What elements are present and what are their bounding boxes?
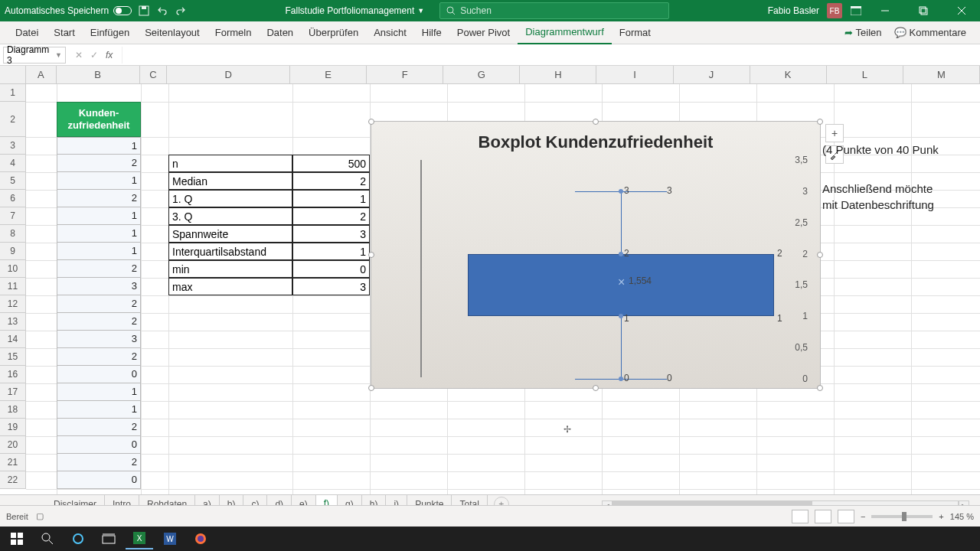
ribbon-tab-überprüfen[interactable]: Überprüfen: [301, 21, 366, 44]
ribbon-tab-formeln[interactable]: Formeln: [207, 21, 260, 44]
row-header[interactable]: 1: [0, 84, 25, 102]
data-cell[interactable]: 2: [57, 454, 141, 471]
row-header[interactable]: 15: [0, 348, 25, 366]
comments-button[interactable]: 💬Kommentare: [888, 27, 972, 38]
share-button[interactable]: ➦Teilen: [838, 27, 888, 38]
data-cell[interactable]: 2: [57, 313, 141, 331]
stat-label[interactable]: Interquartilsabstand: [168, 243, 292, 260]
ribbon-tab-daten[interactable]: Daten: [259, 21, 301, 44]
row-header[interactable]: 7: [0, 207, 25, 225]
cells-area[interactable]: Kunden- zufriedenheit 121211123223201120…: [26, 84, 980, 497]
row-header[interactable]: 8: [0, 225, 25, 243]
confirm-icon[interactable]: ✓: [90, 50, 98, 60]
stat-label[interactable]: 3. Q: [168, 207, 292, 225]
data-cell[interactable]: 0: [57, 436, 141, 454]
column-header[interactable]: B: [57, 66, 140, 83]
row-header[interactable]: 14: [0, 331, 25, 348]
ribbon-tab-ansicht[interactable]: Ansicht: [366, 21, 414, 44]
row-header[interactable]: 4: [0, 155, 25, 172]
column-header[interactable]: C: [140, 66, 168, 83]
column-header[interactable]: J: [674, 66, 750, 83]
column-header[interactable]: K: [750, 66, 827, 83]
stat-value[interactable]: 3: [292, 278, 370, 295]
window-layout-icon[interactable]: [850, 5, 862, 17]
stat-value[interactable]: 0: [292, 260, 370, 278]
row-header[interactable]: 21: [0, 454, 25, 471]
stat-label[interactable]: min: [168, 260, 292, 278]
minimize-button[interactable]: [870, 0, 900, 21]
zoom-out-button[interactable]: −: [861, 512, 865, 521]
data-cell[interactable]: 2: [57, 419, 141, 436]
task-view-icon[interactable]: [95, 528, 122, 549]
data-cell[interactable]: 1: [57, 383, 141, 401]
ribbon-tab-datei[interactable]: Datei: [8, 21, 46, 44]
ribbon-tab-power pivot[interactable]: Power Pivot: [449, 21, 518, 44]
view-normal-button[interactable]: [792, 510, 808, 523]
search-input[interactable]: Suchen: [439, 2, 669, 19]
ribbon-tab-format[interactable]: Format: [612, 21, 658, 44]
column-header[interactable]: F: [367, 66, 443, 83]
row-header[interactable]: 6: [0, 190, 25, 207]
ribbon-tab-hilfe[interactable]: Hilfe: [414, 21, 449, 44]
start-button[interactable]: [3, 528, 31, 549]
cortana-icon[interactable]: [64, 528, 92, 549]
ribbon-tab-einfügen[interactable]: Einfügen: [83, 21, 137, 44]
cancel-icon[interactable]: ✕: [75, 50, 83, 60]
zoom-in-button[interactable]: +: [939, 512, 943, 521]
stat-label[interactable]: 1. Q: [168, 190, 292, 207]
data-cell[interactable]: 1: [57, 137, 141, 155]
ribbon-tab-diagrammentwurf[interactable]: Diagrammentwurf: [518, 21, 612, 44]
ribbon-tab-seitenlayout[interactable]: Seitenlayout: [137, 21, 207, 44]
stat-value[interactable]: 3: [292, 225, 370, 243]
row-header[interactable]: 10: [0, 260, 25, 278]
excel-taskbar-icon[interactable]: X: [126, 528, 153, 549]
data-cell[interactable]: 1: [57, 172, 141, 190]
row-header[interactable]: 2: [0, 102, 25, 137]
data-cell[interactable]: 2: [57, 348, 141, 366]
data-cell[interactable]: 1: [57, 225, 141, 243]
column-header[interactable]: M: [903, 66, 980, 83]
stat-label[interactable]: Spannweite: [168, 225, 292, 243]
user-avatar[interactable]: FB: [827, 3, 842, 18]
autosave-toggle[interactable]: Automatisches Speichern: [5, 5, 132, 16]
stat-value[interactable]: 500: [292, 155, 370, 172]
row-header[interactable]: 12: [0, 295, 25, 313]
row-header[interactable]: 19: [0, 419, 25, 436]
row-header[interactable]: 11: [0, 278, 25, 295]
row-header[interactable]: 13: [0, 313, 25, 331]
stat-value[interactable]: 2: [292, 172, 370, 190]
column-header[interactable]: E: [290, 66, 367, 83]
data-cell[interactable]: 0: [57, 471, 141, 489]
column-header[interactable]: D: [167, 66, 290, 83]
row-header[interactable]: 5: [0, 172, 25, 190]
stat-label[interactable]: Median: [168, 172, 292, 190]
data-cell[interactable]: 3: [57, 331, 141, 348]
data-cell[interactable]: 1: [57, 207, 141, 225]
save-icon[interactable]: [138, 5, 150, 17]
stat-value[interactable]: 1: [292, 190, 370, 207]
stat-label[interactable]: max: [168, 278, 292, 295]
search-taskbar-button[interactable]: [34, 528, 61, 549]
zoom-slider[interactable]: [871, 515, 933, 518]
data-cell[interactable]: 2: [57, 190, 141, 207]
column-header[interactable]: G: [443, 66, 520, 83]
redo-icon[interactable]: [175, 5, 187, 17]
stat-value[interactable]: 1: [292, 243, 370, 260]
ribbon-tab-start[interactable]: Start: [46, 21, 82, 44]
row-header[interactable]: 9: [0, 243, 25, 260]
chart-plus-button[interactable]: +: [825, 124, 844, 142]
stat-label[interactable]: n: [168, 155, 292, 172]
data-cell[interactable]: 0: [57, 366, 141, 383]
row-header[interactable]: 3: [0, 137, 25, 155]
firefox-taskbar-icon[interactable]: [187, 528, 214, 549]
row-header[interactable]: 20: [0, 436, 25, 454]
spreadsheet-grid[interactable]: ABCDEFGHIJKLM 12345678910111213141516171…: [0, 66, 980, 497]
fx-icon[interactable]: fx: [106, 50, 113, 60]
column-header[interactable]: L: [827, 66, 903, 83]
row-header[interactable]: 22: [0, 471, 25, 489]
maximize-button[interactable]: [908, 0, 939, 21]
row-header[interactable]: 17: [0, 383, 25, 401]
boxplot-chart[interactable]: Boxplot Kundenzufriedenheit 00,511,522,5…: [371, 121, 821, 389]
data-cell[interactable]: 2: [57, 260, 141, 278]
row-header[interactable]: 18: [0, 401, 25, 419]
